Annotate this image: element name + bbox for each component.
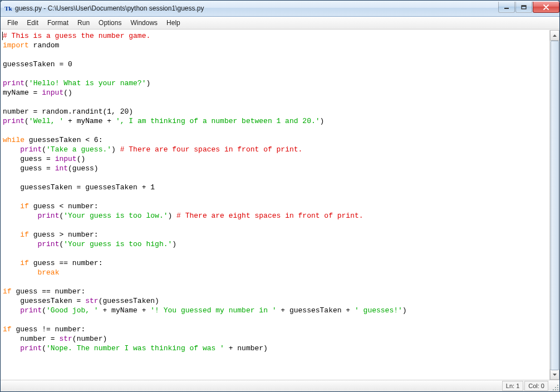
scroll-up-button[interactable]: [550, 30, 559, 41]
code-token: 'Nope. The number I was thinking of was …: [46, 344, 224, 352]
code-token: + number): [224, 344, 268, 352]
code-token: ', I am thinking of a number between 1 a…: [116, 117, 320, 125]
code-token: + myName +: [63, 117, 116, 125]
code-token: guess =: [3, 164, 55, 173]
code-token: [3, 306, 20, 315]
resize-grip[interactable]: [552, 384, 558, 390]
code-token: (guessesTaken): [99, 297, 159, 305]
code-token: (guess): [68, 164, 99, 173]
menu-run[interactable]: Run: [73, 18, 94, 28]
code-token: [3, 202, 20, 210]
idle-window: Tk guess.py - C:\Users\User\Documents\py…: [0, 0, 560, 392]
window-title: guess.py - C:\Users\User\Documents\pytho…: [15, 4, 498, 12]
scroll-track[interactable]: [550, 41, 559, 369]
code-token: [3, 259, 20, 267]
code-token: ): [168, 212, 176, 220]
titlebar[interactable]: Tk guess.py - C:\Users\User\Documents\py…: [1, 1, 559, 17]
code-token: input: [55, 155, 77, 163]
code-token: if: [20, 231, 29, 239]
menu-options[interactable]: Options: [94, 18, 126, 28]
code-token: 'Hello! What is your name?': [29, 79, 146, 87]
code-token: ' guesses!': [355, 306, 402, 315]
code-token: [3, 231, 20, 239]
code-token: ): [402, 306, 407, 315]
code-token: while: [3, 136, 24, 144]
code-token: [3, 212, 37, 220]
code-token: (: [24, 79, 29, 87]
chevron-up-icon: [553, 35, 557, 37]
close-icon: [543, 4, 549, 10]
maximize-button[interactable]: [515, 2, 532, 13]
code-token: guess > number:: [29, 231, 99, 239]
chevron-down-icon: [553, 374, 557, 376]
code-token: int: [55, 164, 68, 173]
status-col: Col: 0: [524, 381, 548, 391]
code-token: import: [3, 41, 29, 50]
code-token: # This is a guess the number game.: [3, 32, 150, 40]
scroll-down-button[interactable]: [550, 369, 559, 380]
code-token: number =: [3, 335, 59, 343]
code-token: (): [63, 89, 72, 97]
code-token: guessesTaken < 6:: [24, 136, 102, 144]
code-token: (): [77, 155, 86, 163]
code-token: # There are four spaces in front of prin…: [120, 145, 303, 154]
svg-rect-0: [504, 8, 509, 9]
code-token: guess < number:: [29, 202, 99, 210]
code-token: (: [24, 117, 29, 125]
code-token: (: [42, 145, 46, 154]
code-token: random: [29, 41, 60, 50]
code-token: input: [42, 89, 63, 97]
menu-file[interactable]: File: [3, 18, 22, 28]
code-token: number = random.randint(1, 20): [3, 107, 133, 116]
code-token: guess == number:: [29, 259, 103, 267]
code-token: if: [3, 287, 12, 296]
code-token: 'Take a guess.': [46, 145, 111, 154]
vertical-scrollbar[interactable]: [549, 30, 559, 380]
code-token: if: [20, 202, 29, 210]
code-token: ): [111, 145, 120, 154]
code-token: guessesTaken = guessesTaken + 1: [3, 183, 155, 192]
code-token: guess =: [3, 155, 55, 163]
code-token: ): [172, 240, 176, 248]
scroll-thumb[interactable]: [551, 41, 559, 370]
code-token: + myName +: [99, 306, 151, 315]
code-token: [3, 344, 20, 352]
code-token: '! You guessed my number in ': [150, 306, 276, 315]
minimize-icon: [504, 5, 509, 9]
code-token: print: [37, 240, 59, 248]
code-token: print: [3, 79, 24, 87]
menu-windows[interactable]: Windows: [126, 18, 162, 28]
menu-edit[interactable]: Edit: [22, 18, 43, 28]
code-token: # There are eight spaces in front of pri…: [176, 212, 363, 220]
app-icon: Tk: [4, 4, 13, 13]
menu-format[interactable]: Format: [43, 18, 73, 28]
code-token: ): [146, 79, 150, 87]
code-token: [3, 240, 37, 248]
code-token: [3, 145, 20, 154]
code-token: [3, 268, 37, 277]
code-token: ): [320, 117, 325, 125]
code-token: str: [85, 297, 98, 305]
code-token: str: [59, 335, 72, 343]
code-token: guess != number:: [12, 325, 86, 334]
code-token: print: [37, 212, 59, 220]
code-token: print: [20, 306, 42, 315]
code-token: if: [20, 259, 29, 267]
code-token: 'Your guess is too high.': [63, 240, 172, 248]
statusbar: Ln: 1 Col: 0: [1, 380, 559, 391]
code-token: print: [20, 145, 42, 154]
svg-rect-2: [522, 6, 526, 7]
code-editor[interactable]: # This is a guess the number game. impor…: [1, 30, 549, 380]
code-token: guessesTaken =: [3, 297, 85, 305]
code-token: (number): [72, 335, 107, 343]
code-token: myName =: [3, 89, 42, 97]
close-button[interactable]: [533, 2, 559, 13]
status-line: Ln: 1: [502, 381, 523, 391]
code-token: 'Your guess is too low.': [63, 212, 168, 220]
minimize-button[interactable]: [498, 2, 515, 13]
code-token: 'Well, ': [29, 117, 63, 125]
maximize-icon: [521, 5, 527, 9]
window-buttons: [498, 2, 559, 13]
code-token: (: [42, 344, 46, 352]
menu-help[interactable]: Help: [162, 18, 185, 28]
